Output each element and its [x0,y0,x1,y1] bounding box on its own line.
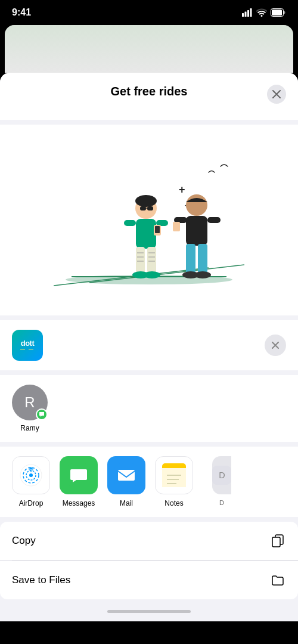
svg-point-41 [194,271,211,278]
svg-rect-1 [245,12,247,17]
svg-rect-38 [186,244,195,274]
notes-app-item[interactable]: Notes [155,456,193,507]
contact-initial: R [24,394,35,411]
home-indicator [0,604,298,617]
status-time: 9:41 [12,7,31,18]
battery-icon [271,8,286,17]
share-header: Get free rides [0,73,298,120]
app-icons-row: AirDrop Messages Mail [0,447,298,517]
svg-text:+: + [179,184,185,196]
svg-rect-0 [242,13,244,17]
close-icon [272,90,281,98]
svg-rect-22 [155,226,160,233]
svg-rect-58 [272,537,280,547]
notes-icon [162,463,186,487]
close-button-top[interactable] [267,85,286,104]
messages-app-item[interactable]: Messages [60,456,98,507]
svg-rect-2 [247,10,249,17]
app-source-row: dott — — [0,320,298,370]
svg-rect-34 [186,216,207,246]
svg-point-14 [135,195,157,207]
share-title: Get free rides [111,85,188,98]
mail-icon [114,463,138,487]
dismiss-button[interactable] [265,335,286,356]
airdrop-app-item[interactable]: AirDrop [12,456,50,507]
copy-label: Copy [12,535,36,547]
more-label: D [219,499,224,506]
svg-rect-37 [207,217,221,223]
svg-rect-5 [272,10,282,16]
card-preview-background [5,25,293,73]
contact-avatar: R [12,385,48,420]
airdrop-icon [19,463,43,487]
wifi-icon [256,8,267,17]
svg-rect-19 [124,220,136,226]
copy-action[interactable]: Copy [0,522,298,561]
svg-point-33 [186,194,207,216]
messages-label: Messages [63,499,95,507]
save-to-files-label: Save to Files [12,574,70,586]
messages-icon [67,463,91,487]
dismiss-icon [272,342,279,349]
messages-icon-container [60,456,98,494]
status-icons [242,8,286,17]
svg-point-32 [144,271,160,278]
svg-rect-3 [250,8,252,17]
svg-text:D: D [219,470,225,480]
signal-icon [242,8,253,17]
copy-icon-svg [271,534,285,548]
contacts-row: R Ramy [0,375,298,442]
home-bar [107,610,191,613]
illustration-area: + + + [0,125,298,315]
svg-rect-48 [118,470,135,481]
svg-rect-23 [136,247,145,274]
mail-label: Mail [120,499,133,507]
airdrop-label: AirDrop [19,499,44,507]
svg-rect-24 [147,247,156,274]
more-app-item[interactable]: D D [203,456,241,507]
svg-point-45 [29,473,33,477]
app-dots: — — [20,346,35,352]
message-badge-icon [39,411,45,417]
more-icon-container: D [212,456,231,494]
copy-icon [269,532,286,549]
share-sheet: Get free rides + + + [0,73,298,621]
notes-label: Notes [164,499,183,507]
svg-rect-18 [136,219,156,249]
actions-group: Copy Save to Files [0,522,298,599]
contact-messages-badge [36,408,48,420]
folder-icon [269,572,286,589]
folder-icon-svg [271,573,285,587]
save-to-files-action[interactable]: Save to Files [0,561,298,599]
svg-rect-15 [140,206,146,210]
notes-icon-container [155,456,193,494]
mail-app-item[interactable]: Mail [107,456,145,507]
status-bar: 9:41 [0,0,298,23]
svg-rect-16 [147,206,153,210]
contact-name: Ramy [20,424,39,432]
referral-illustration: + + + [54,137,244,304]
contact-ramy[interactable]: R Ramy [12,385,48,432]
card-preview [5,25,293,73]
mail-icon-container [107,456,145,494]
svg-rect-51 [162,468,186,487]
svg-rect-39 [198,244,207,274]
svg-rect-36 [173,222,180,231]
more-icon: D [212,463,231,487]
dott-app-icon: dott — — [12,330,43,361]
airdrop-icon-container [12,456,50,494]
